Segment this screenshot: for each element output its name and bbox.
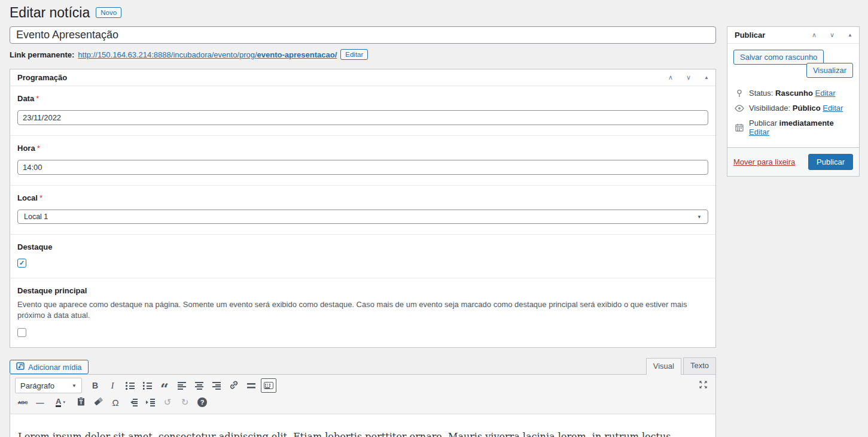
- numbered-list-button[interactable]: [139, 378, 155, 393]
- schedule-edit-link[interactable]: Editar: [749, 128, 769, 136]
- post-title-input[interactable]: [10, 26, 716, 44]
- visibility-value: Público: [793, 104, 821, 113]
- publish-button[interactable]: Publicar: [808, 154, 853, 170]
- move-down-icon[interactable]: ∨: [823, 27, 841, 43]
- redo-button[interactable]: ↻: [177, 395, 193, 409]
- paragraph-format-value: Parágrafo: [20, 381, 54, 390]
- local-select[interactable]: Local 1 ▼: [17, 210, 708, 224]
- required-mark: *: [39, 193, 42, 202]
- status-value: Rascunho: [775, 89, 813, 98]
- eye-icon: [735, 105, 744, 112]
- move-up-icon[interactable]: ∧: [662, 69, 680, 86]
- outdent-button[interactable]: [125, 395, 141, 409]
- destaque-principal-label: Destaque principal: [17, 286, 87, 295]
- required-mark: *: [36, 94, 39, 103]
- paste-as-text-button[interactable]: [73, 395, 89, 409]
- strikethrough-button[interactable]: ABC: [15, 395, 31, 409]
- field-local: Local* Local 1 ▼: [10, 185, 715, 234]
- read-more-button[interactable]: [243, 378, 259, 393]
- metabox-handle-actions: ∧ ∨ ▲: [662, 69, 715, 86]
- publish-metabox-footer: Mover para lixeira Publicar: [727, 147, 859, 176]
- editor-container: Parágrafo ▼ B I “: [10, 374, 716, 437]
- metabox-handle-actions: ∧ ∨ ▲: [805, 27, 859, 43]
- status-row: Status: Rascunho Editar: [735, 89, 852, 98]
- field-data: Data*: [10, 86, 715, 135]
- destaque-principal-checkbox[interactable]: [17, 328, 26, 337]
- editor-content-area[interactable]: Lorem ipsum dolor sit amet, consectetur …: [10, 414, 715, 437]
- publish-metabox-title: Publicar: [735, 31, 765, 40]
- move-up-icon[interactable]: ∧: [805, 27, 823, 43]
- omega-icon: Ω: [112, 397, 118, 408]
- status-edit-link[interactable]: Editar: [815, 89, 836, 98]
- undo-button[interactable]: ↺: [160, 395, 175, 409]
- redo-icon: ↻: [181, 397, 189, 408]
- move-to-trash-link[interactable]: Mover para lixeira: [733, 157, 795, 166]
- programacao-metabox-header: Programação ∧ ∨ ▲: [10, 69, 715, 86]
- toggle-panel-icon[interactable]: ▲: [841, 27, 859, 43]
- permalink-edit-button[interactable]: Editar: [340, 49, 368, 60]
- toolbar-toggle-button[interactable]: [261, 378, 276, 393]
- hora-input[interactable]: [17, 160, 708, 175]
- hora-label: Hora: [17, 144, 35, 153]
- move-down-icon[interactable]: ∨: [680, 69, 698, 86]
- blockquote-button[interactable]: “: [157, 378, 172, 393]
- align-right-button[interactable]: [209, 378, 224, 393]
- strikethrough-icon: ABC: [18, 400, 28, 405]
- chevron-down-icon: ▾: [63, 400, 65, 405]
- paragraph-format-dropdown[interactable]: Parágrafo ▼: [15, 378, 82, 393]
- align-left-icon: [178, 382, 186, 390]
- align-center-button[interactable]: [191, 378, 207, 393]
- help-icon: ?: [197, 397, 207, 407]
- permalink: Link permanente: http://150.164.63.214:8…: [10, 49, 716, 60]
- paste-as-text-icon: [77, 397, 85, 408]
- data-input[interactable]: [17, 110, 708, 125]
- eraser-icon: [94, 397, 103, 407]
- preview-button[interactable]: Visualizar: [806, 63, 853, 78]
- chevron-down-icon: ▼: [697, 214, 702, 220]
- toggle-panel-icon[interactable]: ▲: [698, 69, 715, 86]
- bold-button[interactable]: B: [87, 378, 103, 393]
- text-color-button[interactable]: A▾: [50, 395, 71, 409]
- insert-link-button[interactable]: [226, 378, 242, 393]
- bold-icon: B: [92, 381, 98, 390]
- media-icon: [16, 362, 25, 372]
- toolbar-row-1: Parágrafo ▼ B I “: [15, 377, 711, 394]
- permalink-label: Link permanente:: [10, 50, 74, 59]
- edit-post-screen: Editar notícia Novo Link permanente: htt…: [10, 4, 716, 437]
- field-destaque: Destaque ✓: [10, 234, 715, 278]
- undo-icon: ↺: [164, 397, 172, 408]
- destaque-checkbox[interactable]: ✓: [17, 259, 26, 268]
- clear-formatting-button[interactable]: [90, 395, 106, 409]
- special-character-button[interactable]: Ω: [108, 395, 123, 409]
- destaque-principal-description: Evento que aparece como destaque na pági…: [17, 299, 708, 321]
- horizontal-rule-icon: —: [36, 398, 44, 407]
- outdent-icon: [129, 399, 138, 406]
- add-new-button[interactable]: Novo: [96, 7, 121, 18]
- chevron-down-icon: ▼: [72, 383, 77, 389]
- indent-button[interactable]: [142, 395, 158, 409]
- schedule-value: imediatamente: [779, 119, 834, 128]
- toolbar-row-2: ABC — A▾ Ω ↺ ↻ ?: [15, 394, 711, 411]
- fullscreen-button[interactable]: [695, 378, 711, 393]
- align-left-button[interactable]: [174, 378, 190, 393]
- text-color-icon: A: [56, 398, 61, 407]
- indent-icon: [146, 399, 155, 406]
- add-media-button[interactable]: Adicionar mídia: [10, 360, 89, 374]
- pin-icon: [735, 89, 744, 98]
- programacao-metabox: Programação ∧ ∨ ▲ Data* Hora* Local* Loc…: [10, 69, 716, 348]
- horizontal-rule-button[interactable]: —: [32, 395, 48, 409]
- tab-texto[interactable]: Texto: [683, 357, 716, 374]
- programacao-metabox-title: Programação: [17, 73, 67, 82]
- fullscreen-icon: [699, 380, 708, 391]
- publish-metabox-body: Salvar como rascunho Visualizar Status: …: [727, 44, 859, 145]
- align-right-icon: [212, 382, 221, 390]
- italic-button[interactable]: I: [105, 378, 120, 393]
- permalink-link[interactable]: http://150.164.63.214:8888/incubadora/ev…: [78, 50, 337, 59]
- visibility-edit-link[interactable]: Editar: [823, 104, 843, 113]
- bulleted-list-button[interactable]: [122, 378, 138, 393]
- tab-visual[interactable]: Visual: [646, 358, 681, 375]
- help-button[interactable]: ?: [194, 395, 210, 409]
- field-hora: Hora*: [10, 135, 715, 185]
- content-editor: Adicionar mídia Visual Texto Parágrafo ▼…: [10, 357, 716, 437]
- check-icon: ✓: [19, 259, 25, 267]
